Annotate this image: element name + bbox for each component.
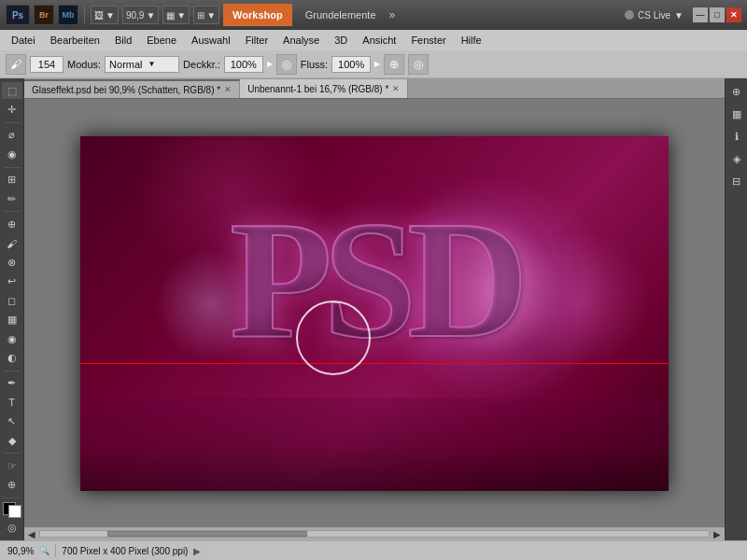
fluss-input[interactable]: 100% [331,56,371,73]
tool-separator-2 [4,167,21,168]
move-tool[interactable]: ✛ [2,101,22,118]
clone-source-btn[interactable]: ◎ [408,54,429,75]
deckr-input[interactable]: 100% [224,56,263,73]
menu-hilfe[interactable]: Hilfe [454,33,489,48]
tab-glaseffekt[interactable]: Glaseffekt.psd bei 90,9% (Schatten, RGB/… [24,79,240,98]
fluss-arrow[interactable]: ▶ [374,60,380,68]
cs-live-arrow: ▼ [674,10,684,21]
quick-select-tool[interactable]: ◉ [2,146,22,162]
scroll-track-h[interactable] [39,530,710,538]
deckr-arrow[interactable]: ▶ [267,60,273,68]
text-reflection [80,398,669,491]
left-toolbar: ⬚ ✛ ⌀ ◉ ⊞ ✏ ⊕ 🖌 ⊗ ↩ ◻ ▦ ◉ ◐ ✒ T ↖ ◆ ☞ ⊕ … [0,78,24,540]
zoom-dropdown[interactable]: 90,9 ▼ [122,6,159,24]
ps-logo: Ps [6,5,30,25]
menu-datei[interactable]: Datei [4,33,43,48]
color-swatch-icon[interactable]: ◈ [727,149,746,168]
shape-tool[interactable]: ◆ [2,432,22,449]
histogram-icon[interactable]: ▦ [727,105,746,123]
pen-tool[interactable]: ✒ [2,375,22,392]
mb-logo[interactable]: Mb [58,5,78,25]
right-panel: ⊕ ▦ ℹ ◈ ⊟ [725,78,747,540]
image-mode-dropdown[interactable]: 🖼 ▼ [91,6,119,24]
lasso-tool[interactable]: ⌀ [2,127,22,144]
info-icon[interactable]: ℹ [727,127,746,146]
path-select-tool[interactable]: ↖ [2,413,22,429]
br-logo[interactable]: Br [34,5,54,25]
tool-separator-5 [4,453,21,454]
more-workspaces-icon[interactable]: » [389,8,396,21]
cs-live-dot [625,10,634,20]
brush-size-input[interactable]: 154 [30,56,63,73]
marquee-tool[interactable]: ⬚ [2,82,22,99]
horizontal-scrollbar[interactable]: ◀ ▶ [24,527,725,540]
psd-image-canvas: PSD [80,136,669,491]
menu-analyse[interactable]: Analyse [275,33,327,48]
menu-auswahl[interactable]: Auswahl [184,33,238,48]
tab-bar: Glaseffekt.psd bei 90,9% (Schatten, RGB/… [24,78,725,99]
brush-cursor-circle [296,301,371,375]
fluss-label: Fluss: [301,59,328,70]
tool-separator-4 [4,371,21,371]
scroll-left-arrow[interactable]: ◀ [28,529,35,539]
stylus-pressure-btn[interactable]: ⊕ [384,54,404,75]
glow-bottom-right [510,230,650,370]
image-icon: 🖼 [94,10,104,21]
tab-close-glaseffekt[interactable]: ✕ [224,85,232,94]
modus-label: Modus: [67,59,101,70]
dodge-tool[interactable]: ◐ [2,349,22,366]
menu-3d[interactable]: 3D [327,33,355,48]
workspace-button[interactable]: Workshop [223,4,292,26]
tab-unbenannt[interactable]: Unbenannt-1 bei 16,7% (RGB/8) * ✕ [240,79,408,98]
blur-tool[interactable]: ◉ [2,330,22,347]
title-divider [84,6,85,24]
canvas-area: Glaseffekt.psd bei 90,9% (Schatten, RGB/… [24,78,725,540]
status-more-arrow[interactable]: ▶ [193,546,201,556]
tool-preset-picker[interactable]: 🖌 [6,54,26,75]
menu-bar: Datei Bearbeiten Bild Ebene Auswahl Filt… [0,30,747,50]
menu-fenster[interactable]: Fenster [403,33,453,48]
window-controls: — □ ✕ [693,7,741,22]
background-color[interactable] [8,505,21,518]
view-dropdown[interactable]: ▦ ▼ [162,6,190,24]
history-tool[interactable]: ↩ [2,273,22,289]
minimize-button[interactable]: — [693,7,708,22]
zoom-percentage: 90,9% [7,546,34,556]
type-tool[interactable]: T [2,394,22,411]
hand-tool[interactable]: ☞ [2,457,22,474]
crop-tool[interactable]: ⊞ [2,171,22,188]
airbrush-toggle[interactable]: ◎ [276,54,297,75]
tool-separator-3 [4,211,21,212]
arrange-dropdown-arrow: ▼ [206,10,216,21]
arrange-dropdown[interactable]: ⊞ ▼ [193,6,219,24]
gradient-tool[interactable]: ▦ [2,311,22,328]
scroll-thumb-h[interactable] [107,531,308,537]
menu-ansicht[interactable]: Ansicht [355,33,403,48]
eyedropper-tool[interactable]: ✏ [2,190,22,207]
modus-dropdown[interactable]: Normal ▼ [105,56,179,73]
close-button[interactable]: ✕ [726,7,741,22]
maximize-button[interactable]: □ [710,7,725,22]
zoom-tool[interactable]: ⊕ [2,477,22,494]
options-bar: 🖌 154 Modus: Normal ▼ Deckkr.: 100% ▶ ◎ … [0,50,747,78]
foreground-background-colors[interactable] [3,502,21,518]
menu-bild[interactable]: Bild [107,33,139,48]
dropdown-arrow: ▼ [106,10,115,21]
menu-ebene[interactable]: Ebene [139,33,184,48]
cs-live-area[interactable]: CS Live ▼ [625,10,684,21]
document-canvas[interactable]: PSD [24,99,725,527]
heal-tool[interactable]: ⊕ [2,216,22,232]
eraser-tool[interactable]: ◻ [2,292,22,309]
menu-filter[interactable]: Filter [238,33,275,48]
menu-bearbeiten[interactable]: Bearbeiten [43,33,107,48]
clone-tool[interactable]: ⊗ [2,254,22,271]
rotate-view-icon[interactable]: ⊕ [727,82,746,101]
tab-close-unbenannt[interactable]: ✕ [392,84,400,93]
scroll-right-arrow[interactable]: ▶ [713,529,721,539]
brush-tool[interactable]: 🖌 [2,235,22,252]
status-bar: 90,9% 🔍 700 Pixel x 400 Pixel (300 ppi) … [0,540,747,560]
layers-icon[interactable]: ⊟ [727,172,746,190]
quick-mask-tool[interactable]: ◎ [2,520,22,537]
guide-line-horizontal[interactable] [80,363,669,364]
grundelemente-button[interactable]: Grundelemente [296,7,386,23]
